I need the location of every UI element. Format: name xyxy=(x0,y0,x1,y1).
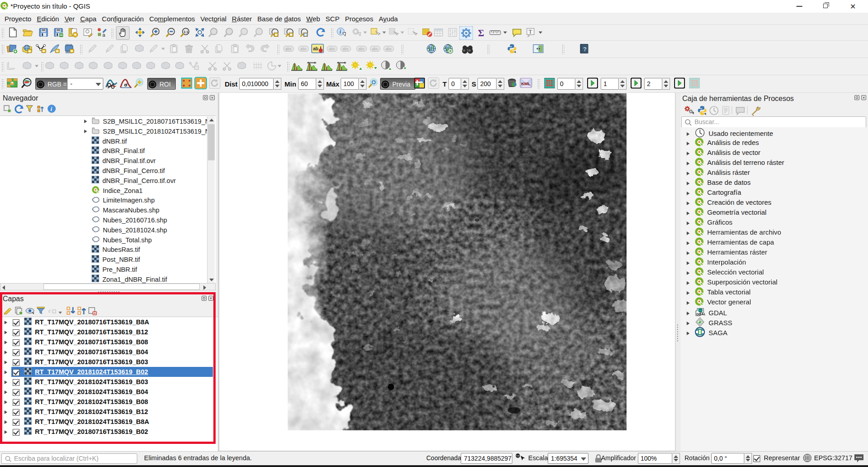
svg-text:abc: abc xyxy=(300,47,307,51)
svg-text:1:1: 1:1 xyxy=(183,29,188,34)
svg-text:abc: abc xyxy=(386,47,392,51)
svg-text:abc: abc xyxy=(372,47,378,51)
svg-text:Σ: Σ xyxy=(478,27,484,38)
svg-text:KML: KML xyxy=(521,81,531,86)
svg-text:GDAL: GDAL xyxy=(696,312,705,316)
svg-text:abc: abc xyxy=(285,47,292,51)
svg-text:abc: abc xyxy=(358,47,365,51)
svg-text:?: ? xyxy=(583,45,587,52)
svg-text:σ: σ xyxy=(124,81,127,88)
svg-text:a: a xyxy=(102,32,106,37)
svg-text:abc: abc xyxy=(342,47,349,51)
svg-text:abc: abc xyxy=(329,47,335,51)
svg-text:ab: ab xyxy=(313,46,318,51)
svg-text:T: T xyxy=(529,29,532,35)
svg-text:i: i xyxy=(51,106,53,112)
